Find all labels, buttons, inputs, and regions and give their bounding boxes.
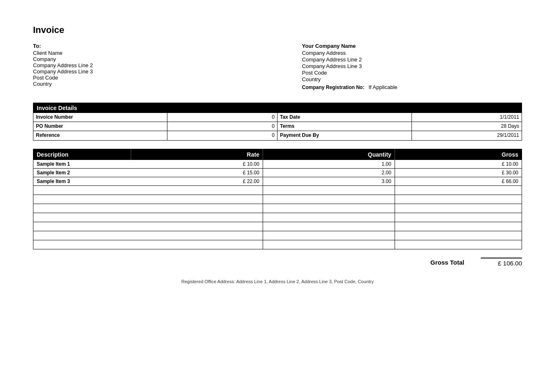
client-company: Company xyxy=(33,56,278,62)
company-info-section: Your Company Name Company Address Compan… xyxy=(302,43,522,90)
footer-text: Registered Office Address: Address Line … xyxy=(33,279,522,284)
table-row xyxy=(33,213,522,222)
item-description xyxy=(33,195,131,204)
item-quantity xyxy=(263,213,395,222)
payment-due-value: 29/1/2011 xyxy=(412,131,522,140)
header-section: To: Client Name Company Company Address … xyxy=(33,43,522,90)
client-postcode: Post Code xyxy=(33,75,278,81)
gross-total-label: Gross Total xyxy=(430,259,464,266)
company-address-line3: Company Address Line 3 xyxy=(302,63,522,69)
table-row xyxy=(33,240,522,249)
item-description: Sample Item 1 xyxy=(33,160,131,169)
detail-row-tax-date: Tax Date 1/1/2011 xyxy=(278,113,522,122)
client-country: Country xyxy=(33,81,278,87)
item-description: Sample Item 2 xyxy=(33,169,131,177)
header-gross: Gross xyxy=(395,149,522,160)
invoice-title: Invoice xyxy=(33,25,522,35)
item-gross: £ 66.00 xyxy=(395,177,522,186)
table-row xyxy=(33,186,522,195)
item-description xyxy=(33,231,131,240)
details-right: Tax Date 1/1/2011 Terms 28 Days Payment … xyxy=(278,113,522,140)
detail-row-reference: Reference 0 xyxy=(33,131,278,140)
company-postcode: Post Code xyxy=(302,70,522,76)
company-address: Company Address xyxy=(302,50,522,56)
item-rate xyxy=(131,240,263,249)
item-rate: £ 10.00 xyxy=(131,160,263,169)
item-gross xyxy=(395,222,522,231)
table-row xyxy=(33,195,522,204)
header-description: Description xyxy=(33,149,131,160)
tax-date-value: 1/1/2011 xyxy=(412,113,522,122)
item-description: Sample Item 3 xyxy=(33,177,131,186)
payment-due-label: Payment Due By xyxy=(278,131,412,140)
invoice-details-section: Invoice Details Invoice Number 0 PO Numb… xyxy=(33,103,522,141)
table-row xyxy=(33,204,522,213)
item-gross xyxy=(395,186,522,195)
invoice-number-value: 0 xyxy=(167,113,277,122)
po-number-value: 0 xyxy=(167,122,277,131)
po-number-label: PO Number xyxy=(33,122,167,131)
item-rate xyxy=(131,213,263,222)
details-grid: Invoice Number 0 PO Number 0 Reference 0… xyxy=(33,113,522,140)
item-quantity xyxy=(263,186,395,195)
reference-label: Reference xyxy=(33,131,167,140)
detail-row-terms: Terms 28 Days xyxy=(278,122,522,131)
table-row xyxy=(33,222,522,231)
item-rate: £ 15.00 xyxy=(131,169,263,177)
item-gross xyxy=(395,240,522,249)
company-address-line2: Company Address Line 2 xyxy=(302,56,522,63)
item-description xyxy=(33,186,131,195)
item-description xyxy=(33,213,131,222)
client-name: Client Name xyxy=(33,50,278,56)
item-gross xyxy=(395,195,522,204)
company-name: Your Company Name xyxy=(302,43,522,49)
item-rate: £ 22.00 xyxy=(131,177,263,186)
item-quantity xyxy=(263,204,395,213)
item-rate xyxy=(131,195,263,204)
reference-value: 0 xyxy=(167,131,277,140)
details-left: Invoice Number 0 PO Number 0 Reference 0 xyxy=(33,113,278,140)
item-quantity: 1.00 xyxy=(263,160,395,169)
invoice-details-header: Invoice Details xyxy=(33,103,522,113)
to-label: To: xyxy=(33,43,278,49)
table-row: Sample Item 2 £ 15.00 2.00 £ 30.00 xyxy=(33,169,522,177)
tax-date-label: Tax Date xyxy=(278,113,412,122)
gross-total-value: £ 106.00 xyxy=(481,258,522,267)
item-rate xyxy=(131,222,263,231)
reg-value: If Applicable xyxy=(369,84,397,90)
gross-total-section: Gross Total £ 106.00 xyxy=(33,258,522,267)
client-address-line3: Company Address Line 3 xyxy=(33,68,278,75)
invoice-number-label: Invoice Number xyxy=(33,113,167,122)
detail-row-po-number: PO Number 0 xyxy=(33,122,278,131)
item-gross xyxy=(395,231,522,240)
terms-label: Terms xyxy=(278,122,412,131)
table-row xyxy=(33,231,522,240)
item-description xyxy=(33,240,131,249)
header-rate: Rate xyxy=(131,149,263,160)
item-quantity: 2.00 xyxy=(263,169,395,177)
item-rate xyxy=(131,231,263,240)
client-address-line2: Company Address Line 2 xyxy=(33,62,278,68)
items-table: Description Rate Quantity Gross Sample I… xyxy=(33,149,522,249)
registration-row: Company Registration No: If Applicable xyxy=(302,84,522,90)
item-gross xyxy=(395,204,522,213)
item-description xyxy=(33,222,131,231)
item-quantity xyxy=(263,222,395,231)
bill-to-section: To: Client Name Company Company Address … xyxy=(33,43,278,90)
item-gross: £ 10.00 xyxy=(395,160,522,169)
company-country: Country xyxy=(302,76,522,82)
table-header-row: Description Rate Quantity Gross xyxy=(33,149,522,160)
detail-row-payment-due: Payment Due By 29/1/2011 xyxy=(278,131,522,140)
item-gross xyxy=(395,213,522,222)
item-quantity xyxy=(263,195,395,204)
item-quantity: 3.00 xyxy=(263,177,395,186)
terms-value: 28 Days xyxy=(412,122,522,131)
detail-row-invoice-number: Invoice Number 0 xyxy=(33,113,278,122)
item-gross: £ 30.00 xyxy=(395,169,522,177)
item-rate xyxy=(131,186,263,195)
table-row: Sample Item 3 £ 22.00 3.00 £ 66.00 xyxy=(33,177,522,186)
header-quantity: Quantity xyxy=(263,149,395,160)
item-description xyxy=(33,204,131,213)
table-row: Sample Item 1 £ 10.00 1.00 £ 10.00 xyxy=(33,160,522,169)
item-quantity xyxy=(263,231,395,240)
